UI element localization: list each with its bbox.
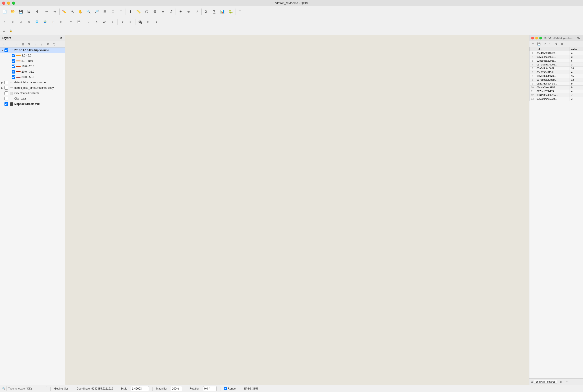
zoom-in-tool[interactable]: ⊕ — [185, 8, 192, 16]
duplicate-layer-button[interactable]: ⧉ — [45, 42, 51, 46]
sublayer-check-5-10[interactable] — [12, 59, 15, 63]
toggle-editing-button[interactable]: ✏ — [67, 18, 75, 26]
layer-visibility-checkbox-city-council[interactable] — [5, 92, 8, 95]
identify-button[interactable]: ℹ — [127, 8, 134, 16]
select-by-expression-button[interactable]: ✦ — [177, 8, 184, 16]
remove-layer-button[interactable]: − — [7, 42, 13, 46]
cursor-tool[interactable]: ↗ — [193, 8, 201, 16]
attr-more-button[interactable]: ≫ — [576, 36, 581, 40]
field-calc-button[interactable]: Σ — [203, 8, 210, 16]
snap-button[interactable]: ⌖ — [1, 18, 9, 26]
filter-layer-button[interactable]: ⊞ — [20, 42, 26, 46]
table-row[interactable]: 11 077de187fb415c... 4 — [530, 90, 583, 93]
measure-area-button[interactable]: ⬡ — [143, 8, 151, 16]
layer-prop-button[interactable]: ⬡ — [1, 28, 7, 34]
close-button[interactable] — [2, 2, 6, 5]
sublayer-check-33-52[interactable] — [12, 75, 15, 79]
locate-search-input[interactable] — [7, 386, 47, 391]
open-project-button[interactable]: 📂 — [9, 8, 17, 16]
text-annotation-button[interactable]: T — [236, 8, 244, 16]
table-row[interactable]: 9 06ab7de8ce4bfc... 9 — [530, 82, 583, 86]
layer-visibility-checkbox-city-roads[interactable] — [5, 97, 8, 100]
attr-refresh-button[interactable]: ↺ — [554, 42, 559, 46]
move-layer-down-button[interactable]: ↓ — [39, 42, 45, 46]
add-csv-button[interactable]: 📋 — [49, 18, 57, 26]
labeling-button[interactable]: Aa — [101, 18, 109, 26]
attr-redo-button[interactable]: ↪ — [548, 42, 553, 46]
table-row[interactable]: 12 086118dcdab2da... 7 — [530, 93, 583, 97]
sublayer-check-3-5[interactable] — [12, 54, 15, 58]
layers-close-button[interactable]: ✕ — [59, 36, 63, 40]
qgis-plugin-button[interactable]: ▷ — [144, 18, 152, 26]
attr-close-button[interactable] — [531, 37, 534, 40]
layer-item-trip-volume[interactable]: ▼ 〰 2018-11-10-flitr-trip-volume — [0, 48, 65, 53]
stats-button[interactable]: 📊 — [219, 8, 226, 16]
vertex-tool[interactable]: ◇ — [9, 18, 17, 26]
value-header[interactable]: value — [569, 47, 583, 51]
attr-save-button[interactable]: 💾 — [536, 42, 541, 46]
attribute-table-button[interactable]: ≡ — [159, 8, 167, 16]
table-row[interactable]: 6 05c3858eff15db... 4 — [530, 70, 583, 74]
table-row[interactable]: 8 0673d95ae288df... 12 — [530, 78, 583, 82]
magnifier-input[interactable] — [171, 386, 182, 391]
label-button[interactable]: A — [93, 18, 101, 26]
undo-button[interactable]: ↩ — [43, 8, 51, 16]
table-row[interactable]: 3 02e694caa20e8... 6 — [530, 59, 583, 63]
maximize-button[interactable] — [12, 2, 15, 5]
rotation-input[interactable] — [203, 386, 217, 391]
layer-visibility-checkbox-bike-lanes[interactable] — [5, 81, 8, 84]
layer-props-button[interactable]: ⚙ — [26, 42, 32, 46]
add-vector-button[interactable]: ⊕ — [25, 18, 33, 26]
more-tools-button[interactable]: ▷ — [109, 18, 117, 26]
table-row[interactable]: 2 0250e4dcea663... 3 — [530, 55, 583, 59]
attr-undo-button[interactable]: ↩ — [542, 42, 547, 46]
add-raster-button[interactable]: 🌐 — [33, 18, 41, 26]
layer-lock-button[interactable]: 🔒 — [8, 28, 14, 34]
zoom-selection-button[interactable]: ◻ — [117, 8, 125, 16]
ref-header[interactable]: ref ↕ — [535, 47, 570, 51]
pan-button[interactable]: ✋ — [77, 8, 84, 16]
save-project-button[interactable]: 💾 — [17, 8, 25, 16]
save-as-button[interactable]: 🖫 — [25, 8, 33, 16]
save-layer-edits-button[interactable]: 💾 — [75, 18, 83, 26]
map-canvas[interactable]: E Warren Ave E Forest Ave W Canfield St … — [65, 35, 529, 385]
scale-input[interactable] — [131, 386, 149, 391]
minimize-button[interactable] — [7, 2, 10, 5]
layer-visibility-checkbox-mapbox[interactable] — [5, 102, 8, 106]
table-row[interactable]: 5 03a5d5b8c0689... 28 — [530, 66, 583, 70]
attr-pencil-button[interactable]: ✏ — [530, 42, 536, 46]
add-wfs-button[interactable]: 🌍 — [41, 18, 49, 26]
redo-button[interactable]: ↪ — [51, 8, 59, 16]
gps-button[interactable]: ⊕ — [153, 18, 160, 26]
layer-item-city-roads[interactable]: — City roads — [0, 96, 65, 101]
table-row[interactable]: 7 065a492b4dbab... 15 — [530, 74, 583, 78]
show-all-features-button[interactable]: Show All Features — [534, 380, 557, 384]
summary-button[interactable]: ∑ — [211, 8, 218, 16]
new-project-button[interactable]: 📄 — [1, 8, 9, 16]
more-crs-button[interactable]: ▷ — [127, 18, 134, 26]
attr-more2-button[interactable]: ≫ — [559, 42, 565, 46]
move-layer-up-button[interactable]: ↑ — [32, 42, 38, 46]
sublayer-check-20-33[interactable] — [12, 70, 15, 74]
edit-nodes-button[interactable]: ⬡ — [17, 18, 25, 26]
more-layers-button[interactable]: ▷ — [58, 18, 65, 26]
layer-group-button[interactable]: ⬡ — [51, 42, 57, 46]
zoom-full-button[interactable]: ⊞ — [101, 8, 109, 16]
zoom-layer-button[interactable]: □ — [109, 8, 117, 16]
table-row[interactable]: 10 06cf4e3be49957... 9 — [530, 86, 583, 90]
layer-item-bike-lanes-copy[interactable]: ▶ 〰 detroit_bike_lanes.matched copy — [0, 85, 65, 90]
layer-visibility-checkbox-bike-lanes-copy[interactable] — [5, 86, 8, 90]
print-button[interactable]: 🖨 — [33, 8, 41, 16]
table-row[interactable]: 1 00c41b309105f3... 4 — [530, 51, 583, 55]
plugins-button[interactable]: ⚙ — [151, 8, 159, 16]
refresh-button[interactable]: ↺ — [167, 8, 175, 16]
layer-visibility-checkbox-trip-volume[interactable] — [5, 48, 8, 52]
attr-minimize-button[interactable] — [535, 37, 538, 40]
layers-minimize-button[interactable]: — — [54, 36, 58, 40]
open-attr-table-button[interactable]: ≡ — [14, 42, 19, 46]
select-feature-button[interactable]: ↖ — [69, 8, 76, 16]
table-row[interactable]: 4 037cfdebe300e1... 3 — [530, 63, 583, 66]
plugins-panel-button[interactable]: 🔌 — [136, 18, 144, 26]
change-crs-button[interactable]: ⊛ — [119, 18, 126, 26]
sublayer-check-10-20[interactable] — [12, 64, 15, 68]
